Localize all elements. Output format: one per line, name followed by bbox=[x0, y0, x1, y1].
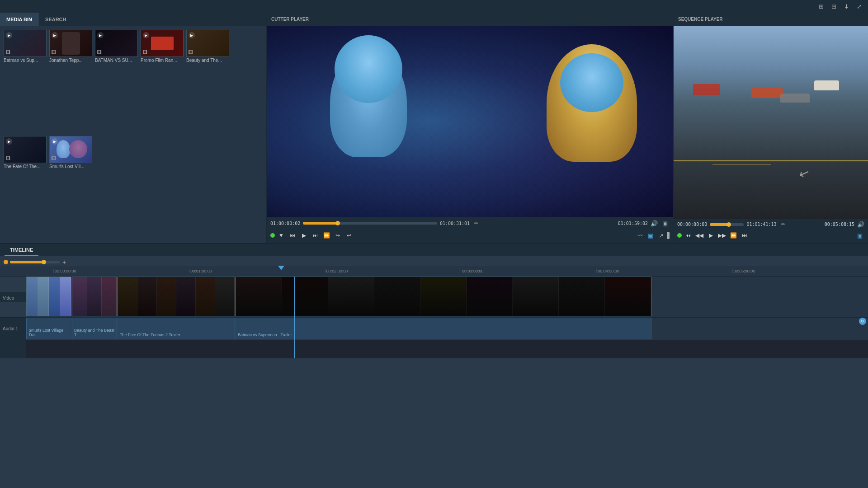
list-item[interactable]: ▶ 🎞 Beauty and The... bbox=[186, 30, 229, 133]
sequence-player-header: SEQUENCE PLAYER bbox=[674, 13, 868, 26]
cutter-player-panel: CUTTER PLAYER bbox=[267, 13, 674, 243]
seq-prev-btn[interactable]: ◀◀ bbox=[694, 230, 704, 240]
download-icon[interactable]: ⬇ bbox=[842, 2, 851, 11]
refresh-icon[interactable] bbox=[667, 232, 670, 239]
list-item[interactable]: ▶ 🎞 Promo Film Ran... bbox=[141, 30, 184, 133]
seq-to-end-btn[interactable]: ⏭ bbox=[740, 230, 750, 240]
cutter-fast-fwd-btn[interactable]: ⏩ bbox=[321, 230, 331, 240]
audio-clip-batman-label: Batman vs Superman - Trailer bbox=[238, 333, 292, 337]
ruler-mark-0: 00:00:00:00 bbox=[53, 269, 189, 273]
media-item-label: BATMAN VS SU... bbox=[95, 58, 138, 63]
seq-fast-fwd-btn[interactable]: ⏩ bbox=[728, 230, 738, 240]
ruler-marks: 00:00:00:00 00:01:00:00 00:02:00:00 00:0… bbox=[53, 269, 868, 273]
extra-track-label bbox=[0, 340, 26, 358]
list-item[interactable]: ▶ 🎞 The Fate Of The... bbox=[4, 136, 47, 239]
cutter-play-btn[interactable]: ▶ bbox=[299, 230, 309, 240]
timeline-header: TIMELINE bbox=[0, 244, 868, 257]
video-track-label: Video bbox=[0, 292, 26, 302]
cutter-mark-out-btn[interactable]: ↩ bbox=[344, 230, 354, 240]
waveform-icon[interactable]: 〰 bbox=[636, 231, 645, 240]
media-thumb: ▶ 🎞 bbox=[4, 136, 47, 163]
seq-volume-icon[interactable]: 🔊 bbox=[857, 221, 864, 228]
extra-track-content bbox=[26, 340, 868, 358]
layout-icon[interactable]: ⊟ bbox=[829, 2, 838, 11]
list-item[interactable]: ▶ 🎞 Batman vs Sup... bbox=[4, 30, 47, 133]
tab-media-bin[interactable]: MEDIA BIN bbox=[0, 13, 39, 26]
seq-to-start-btn[interactable]: ⏮ bbox=[683, 230, 693, 240]
audio-clip-smurfs-label: Smurfs Lost Village Trai bbox=[28, 328, 71, 337]
volume-icon[interactable]: 🔊 bbox=[651, 220, 658, 227]
timeline-tab[interactable]: TIMELINE bbox=[5, 244, 38, 256]
media-thumb: ▶ 🎞 bbox=[49, 136, 92, 163]
play-icon: ▶ bbox=[6, 138, 12, 145]
clip-beauty[interactable] bbox=[72, 277, 117, 316]
fullscreen-icon[interactable]: ⤢ bbox=[854, 2, 863, 11]
cutter-to-start-btn[interactable]: ⏮ bbox=[288, 230, 297, 240]
cutter-player-title: CUTTER PLAYER bbox=[271, 17, 309, 22]
audio-clip-beauty[interactable]: Beauty and The Beast T bbox=[72, 318, 117, 339]
playhead-indicator bbox=[278, 266, 284, 270]
seq-time-out: 00:05:08:15 bbox=[825, 222, 854, 227]
cutter-progress-handle[interactable] bbox=[335, 221, 340, 225]
audio-clip-furious[interactable]: The Fate Of The Furious 2 Trailer bbox=[118, 318, 235, 339]
grid-icon[interactable]: ⊞ bbox=[816, 2, 826, 11]
seq-next-btn[interactable]: ▶▶ bbox=[717, 230, 727, 240]
seq-monitor-icon[interactable]: ▣ bbox=[855, 231, 864, 240]
monitor2-icon[interactable]: ▣ bbox=[646, 231, 655, 240]
zoom-handle-left[interactable] bbox=[4, 260, 8, 264]
cutter-mark-in-btn[interactable]: ↪ bbox=[333, 230, 343, 240]
seq-progress-handle[interactable] bbox=[726, 222, 731, 227]
media-item-label: The Fate Of The... bbox=[4, 164, 47, 169]
meta-icon: 🎞 bbox=[6, 156, 10, 161]
zoom-handle[interactable] bbox=[42, 260, 46, 264]
media-thumb: ▶ 🎞 bbox=[141, 30, 184, 57]
media-item-label: Jonathan Tepp... bbox=[49, 58, 92, 63]
cutter-to-end-btn[interactable]: ⏭ bbox=[310, 230, 320, 240]
sequence-player-title: SEQUENCE PLAYER bbox=[678, 17, 723, 22]
cutter-player-controls: 01:00:00:02 01:00:31:01 ✏ 01:01:59:02 🔊 … bbox=[267, 217, 673, 243]
list-item[interactable]: ▶ 🎞 Jonathan Tepp... bbox=[49, 30, 92, 133]
clip-smurfs[interactable] bbox=[26, 277, 71, 316]
seq-progress-bar[interactable] bbox=[710, 223, 744, 226]
audio-clip-batman[interactable]: Batman vs Superman - Trailer bbox=[236, 318, 651, 339]
list-item[interactable]: ▶ 🎞 Smurfs Lost Vill... bbox=[49, 136, 92, 239]
zoom-plus-icon[interactable]: + bbox=[62, 258, 66, 266]
meta-icon: 🎞 bbox=[52, 50, 56, 55]
cutter-progress-bar[interactable] bbox=[303, 222, 437, 225]
panel-tabs: MEDIA BIN SEARCH bbox=[0, 13, 266, 26]
scroll-indicator[interactable]: ↻ bbox=[859, 318, 866, 325]
cutter-time-in: 01:00:00:02 bbox=[270, 221, 300, 226]
cutter-progress-fill bbox=[303, 222, 338, 225]
edit-icon[interactable]: ✏ bbox=[474, 221, 478, 226]
media-item-label: Batman vs Sup... bbox=[4, 58, 47, 63]
clip-batman[interactable] bbox=[236, 277, 651, 316]
seq-play-btn[interactable]: ▶ bbox=[706, 230, 716, 240]
monitor-icon[interactable]: ▣ bbox=[660, 219, 670, 228]
meta-icon: 🎞 bbox=[143, 50, 147, 55]
seq-time-in: 00:00:00:00 bbox=[677, 222, 707, 227]
clip-furious[interactable] bbox=[118, 277, 235, 316]
tab-search[interactable]: SEARCH bbox=[39, 13, 73, 26]
audio-clip-smurfs[interactable]: Smurfs Lost Village Trai bbox=[26, 318, 71, 339]
cutter-menu-btn[interactable]: ▼ bbox=[276, 230, 286, 240]
list-item[interactable]: ▶ 🎞 BATMAN VS SU... bbox=[95, 30, 138, 133]
audio-clip-beauty-label: Beauty and The Beast T bbox=[74, 328, 117, 337]
audio-track-label: Audio 1 bbox=[0, 318, 26, 340]
timeline-ruler: 00:00:00:00 00:01:00:00 00:02:00:00 00:0… bbox=[0, 266, 868, 277]
sequence-player-panel: SEQUENCE PLAYER ↙ 00:00:00:00 bbox=[674, 13, 868, 243]
forward-icon[interactable]: ↗ bbox=[656, 231, 665, 240]
audio-track-content[interactable]: Smurfs Lost Village Trai Beauty and The … bbox=[26, 318, 868, 340]
sequence-player-controls: 00:00:00:00 01:01:41:13 ✏ 00:05:08:15 🔊 … bbox=[674, 219, 868, 243]
media-thumb: ▶ 🎞 bbox=[186, 30, 229, 57]
audio-clip-furious-label: The Fate Of The Furious 2 Trailer bbox=[120, 333, 180, 337]
top-bar: ⊞ ⊟ ⬇ ⤢ bbox=[0, 0, 868, 13]
play-icon: ▶ bbox=[52, 138, 58, 145]
video-track-content[interactable] bbox=[26, 277, 868, 317]
ruler-mark-3: 00:03:00:00 bbox=[461, 269, 596, 273]
timeline-section: TIMELINE + 00:00:00:00 00:01:00:00 00:02… bbox=[0, 243, 868, 358]
zoom-bar[interactable] bbox=[10, 261, 60, 263]
seq-time-row: 00:00:00:00 01:01:41:13 ✏ 00:05:08:15 🔊 bbox=[677, 221, 864, 228]
seq-edit-icon[interactable]: ✏ bbox=[781, 221, 785, 227]
zoom-fill bbox=[10, 261, 45, 263]
meta-icon: 🎞 bbox=[52, 156, 56, 161]
